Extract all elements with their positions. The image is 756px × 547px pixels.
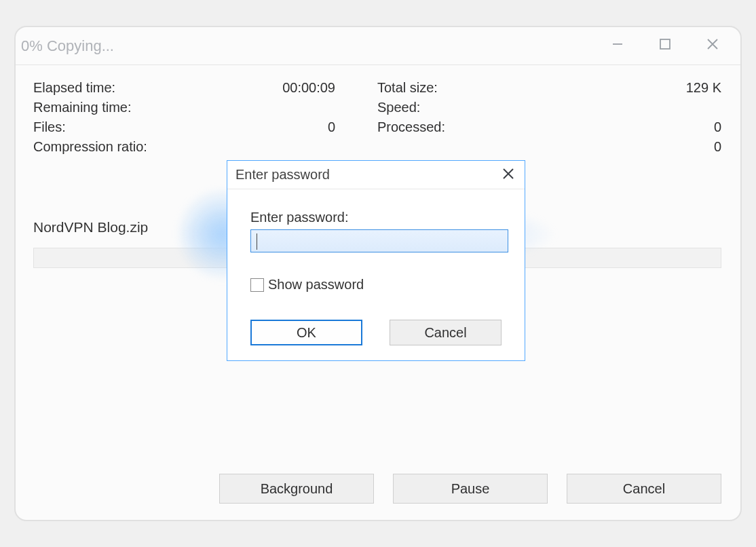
dialog-close-button[interactable] (492, 161, 525, 189)
minimize-icon (611, 38, 624, 54)
password-field-label: Enter password: (250, 210, 502, 225)
background-button[interactable]: Background (219, 474, 374, 504)
ok-button[interactable]: OK (250, 320, 362, 345)
maximize-icon (659, 38, 671, 54)
speed-label: Speed: (377, 100, 506, 115)
processed-value: 0 (714, 119, 721, 135)
show-password-label: Show password (268, 277, 364, 293)
svg-rect-0 (660, 39, 670, 49)
text-caret (257, 233, 257, 250)
total-label: Total size: (377, 80, 506, 96)
elapsed-value: 00:00:09 (282, 80, 377, 96)
close-icon (502, 168, 514, 183)
files-label: Files: (33, 119, 162, 135)
maximize-button[interactable] (641, 31, 689, 61)
elapsed-label: Elapsed time: (33, 80, 162, 96)
close-icon (706, 38, 719, 54)
close-button[interactable] (689, 31, 736, 61)
files-value: 0 (328, 119, 377, 135)
compressed-value: 0 (714, 139, 721, 155)
total-value: 129 K (686, 80, 721, 96)
ratio-label: Compression ratio: (33, 139, 162, 155)
ratio-value (335, 139, 377, 155)
stats-grid: Elapsed time:00:00:09 Total size:129 K R… (33, 80, 721, 155)
dialog-title: Enter password (235, 167, 330, 183)
titlebar[interactable]: 0% Copying... (16, 27, 740, 65)
compressed-label (377, 139, 506, 155)
remaining-label: Remaining time: (33, 100, 162, 115)
processed-label: Processed: (377, 119, 506, 135)
password-dialog: Enter password Enter password: Show pass… (227, 160, 525, 361)
window-title: 0% Copying... (20, 37, 114, 55)
remaining-value (335, 100, 377, 115)
dialog-titlebar[interactable]: Enter password (227, 161, 525, 189)
show-password-checkbox[interactable] (250, 278, 264, 292)
pause-button[interactable]: Pause (393, 474, 548, 504)
cancel-button[interactable]: Cancel (567, 474, 721, 504)
dialog-cancel-button[interactable]: Cancel (390, 320, 502, 345)
password-input[interactable] (250, 229, 508, 252)
minimize-button[interactable] (594, 31, 641, 61)
